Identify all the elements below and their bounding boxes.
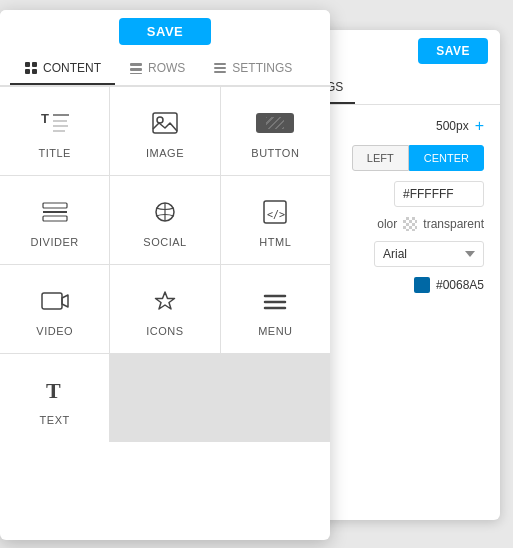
accent-color-value: #0068A5 (436, 278, 484, 292)
grid-item-text[interactable]: T TEXT (0, 354, 109, 442)
svg-rect-11 (130, 68, 142, 71)
grid-item-image[interactable]: IMAGE (110, 87, 219, 175)
bg-color-value: transparent (423, 217, 484, 231)
social-icon (149, 196, 181, 228)
rows-tab-label-content: ROWS (148, 61, 185, 75)
svg-text:</>: </> (267, 209, 285, 220)
align-left-button[interactable]: LEFT (352, 145, 409, 171)
align-center-button[interactable]: CENTER (409, 145, 484, 171)
content-save-bar: SAVE (0, 10, 330, 53)
svg-rect-14 (214, 67, 226, 69)
svg-rect-21 (153, 113, 177, 133)
image-icon (149, 107, 181, 139)
svg-rect-9 (32, 69, 37, 74)
text-icon: T (39, 374, 71, 406)
tab-content[interactable]: CONTENT (10, 53, 115, 85)
html-label: HTML (259, 236, 291, 248)
button-icon (256, 107, 294, 139)
content-items-grid: T TITLE IMAGE (0, 86, 330, 442)
text-label: TEXT (40, 414, 70, 426)
svg-rect-6 (25, 62, 30, 67)
social-label: SOCIAL (143, 236, 186, 248)
grid-icon (24, 61, 38, 75)
tab-settings[interactable]: SETTINGS (199, 53, 306, 85)
settings-icon-content (213, 61, 227, 75)
svg-rect-10 (130, 63, 142, 66)
settings-save-button[interactable]: SAVE (418, 38, 488, 64)
grid-item-html[interactable]: </> HTML (221, 176, 330, 264)
grid-item-video[interactable]: VIDEO (0, 265, 109, 353)
menu-label: MENU (258, 325, 292, 337)
divider-label: DIVIDER (31, 236, 79, 248)
grid-item-title[interactable]: T TITLE (0, 87, 109, 175)
button-label: BUTTON (251, 147, 299, 159)
svg-rect-23 (43, 203, 67, 208)
content-save-button[interactable]: SAVE (119, 18, 211, 45)
svg-rect-12 (130, 73, 142, 74)
image-label: IMAGE (146, 147, 184, 159)
tab-rows[interactable]: ROWS (115, 53, 199, 85)
svg-rect-30 (42, 293, 62, 309)
divider-icon (39, 196, 71, 228)
title-icon: T (39, 107, 71, 139)
svg-rect-15 (214, 71, 226, 73)
menu-icon (259, 285, 291, 317)
content-tab-label: CONTENT (43, 61, 101, 75)
icons-label: ICONS (146, 325, 183, 337)
svg-point-22 (157, 117, 163, 123)
video-label: VIDEO (36, 325, 73, 337)
accent-color-swatch[interactable] (414, 277, 430, 293)
svg-text:T: T (41, 111, 49, 126)
video-icon (39, 285, 71, 317)
font-select[interactable]: Arial (374, 241, 484, 267)
content-tabs: CONTENT ROWS SETTINGS (0, 53, 330, 86)
svg-rect-8 (25, 69, 30, 74)
grid-item-divider[interactable]: DIVIDER (0, 176, 109, 264)
grid-item-icons[interactable]: ICONS (110, 265, 219, 353)
plus-button[interactable]: + (475, 117, 484, 135)
settings-tab-label-content: SETTINGS (232, 61, 292, 75)
grid-item-button[interactable]: BUTTON (221, 87, 330, 175)
rows-icon-content (129, 61, 143, 75)
grid-item-social[interactable]: SOCIAL (110, 176, 219, 264)
width-value: 500px (436, 119, 469, 133)
icons-icon (149, 285, 181, 317)
color-input[interactable] (394, 181, 484, 207)
bg-color-label: olor (377, 217, 397, 231)
svg-rect-7 (32, 62, 37, 67)
html-icon: </> (259, 196, 291, 228)
svg-rect-13 (214, 63, 226, 65)
grid-item-menu[interactable]: MENU (221, 265, 330, 353)
svg-rect-25 (43, 216, 67, 221)
checkerboard-icon (403, 217, 417, 231)
svg-text:T: T (46, 378, 61, 403)
content-panel: SAVE CONTENT ROWS (0, 10, 330, 540)
title-label: TITLE (38, 147, 70, 159)
